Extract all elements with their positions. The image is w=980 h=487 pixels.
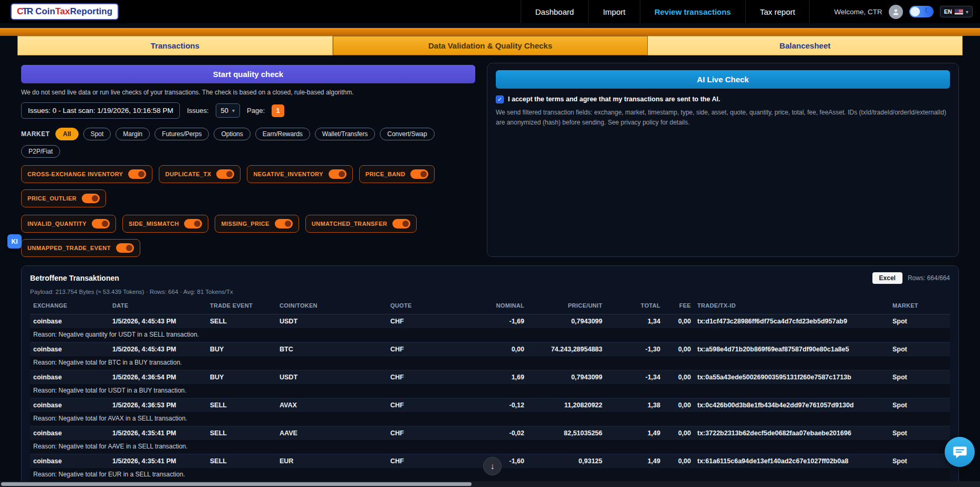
toggle-knob bbox=[285, 221, 291, 227]
table-cell: 0,7943099 bbox=[527, 370, 606, 385]
check-chip-unmapped-trade-event[interactable]: UNMAPPED_TRADE_EVENT bbox=[21, 239, 140, 257]
table-cell: 0,93125 bbox=[527, 454, 606, 469]
table-reason-row: Reason: Negative total for USDT in a BUY… bbox=[30, 384, 950, 398]
column-header-price-unit: PRICE/UNIT bbox=[527, 297, 606, 314]
table-cell: 1/5/2026, 4:35:41 PM bbox=[109, 454, 207, 469]
start-quality-check-button[interactable]: Start quality check bbox=[21, 65, 475, 83]
scroll-down-button[interactable]: ↓ bbox=[483, 457, 502, 475]
table-cell: CHF bbox=[387, 370, 476, 385]
language-selector[interactable]: EN ▾ bbox=[940, 6, 973, 17]
toggle-switch[interactable] bbox=[392, 219, 410, 228]
content: Start quality check We do not send live … bbox=[0, 55, 980, 487]
market-pill-margin[interactable]: Margin bbox=[116, 128, 150, 140]
check-chip-label: INVALID_QUANTITY bbox=[27, 221, 87, 227]
ai-live-check-button[interactable]: AI Live Check bbox=[496, 70, 950, 89]
toggle-switch[interactable] bbox=[82, 194, 100, 203]
ai-consent-row: ✓ I accept the terms and agree that my t… bbox=[496, 96, 950, 103]
table-cell: 1,34 bbox=[606, 314, 664, 329]
market-pill-earn-rewards[interactable]: Earn/Rewards bbox=[255, 128, 310, 140]
toggle-switch[interactable] bbox=[184, 219, 202, 228]
issues-summary: Issues: 0 - Last scan: 1/19/2026, 10:16:… bbox=[21, 102, 180, 119]
check-chip-unmatched-transfer[interactable]: UNMATCHED_TRANSFER bbox=[305, 215, 417, 233]
table-cell: tx:61a6115c6a94de13ef140ad2c67e1027ff02b… bbox=[694, 454, 889, 469]
nav-item-import[interactable]: Import bbox=[588, 0, 640, 23]
table-cell: 82,51035256 bbox=[527, 426, 606, 441]
column-header-coin-token: COIN/TOKEN bbox=[276, 297, 387, 314]
scrollbar-thumb[interactable] bbox=[1, 482, 472, 486]
check-chip-label: MISSING_PRICE bbox=[221, 221, 269, 227]
market-pill-wallet-transfers[interactable]: Wallet/Transfers bbox=[315, 128, 375, 140]
check-chip-cross-exchange-inventory[interactable]: CROSS-EXCHANGE INVENTORY bbox=[21, 165, 152, 183]
table-cell: coinbase bbox=[30, 370, 109, 385]
column-header-trade-event: TRADE EVENT bbox=[207, 297, 276, 314]
chevron-down-icon: ▾ bbox=[232, 108, 235, 113]
nav-item-review-transactions[interactable]: Review transactions bbox=[640, 0, 745, 23]
nav-item-tax-report[interactable]: Tax report bbox=[745, 0, 810, 23]
checks-row-1: CROSS-EXCHANGE INVENTORYDUPLICATE_TXNEGA… bbox=[21, 165, 475, 207]
table-cell: BUY bbox=[207, 342, 276, 357]
check-chip-side-mismatch[interactable]: SIDE_MISMATCH bbox=[122, 215, 208, 233]
tab-balancesheet[interactable]: Balancesheet bbox=[648, 36, 963, 55]
issues-per-page-select[interactable]: 50 ▾ bbox=[216, 103, 241, 118]
user-avatar[interactable] bbox=[889, 5, 903, 19]
table-cell: EUR bbox=[276, 454, 387, 469]
toggle-switch[interactable] bbox=[275, 219, 293, 228]
toggle-switch[interactable] bbox=[128, 169, 146, 179]
table-reason-row: Reason: Negative total for AAVE in a SEL… bbox=[30, 440, 950, 454]
tab-data-validation-quality-checks[interactable]: Data Validation & Quality Checks bbox=[333, 36, 648, 55]
column-header-fee: FEE bbox=[664, 297, 694, 314]
toggle-switch[interactable] bbox=[116, 243, 134, 253]
nav-item-dashboard[interactable]: Dashboard bbox=[521, 0, 588, 23]
table-cell: coinbase bbox=[30, 314, 109, 329]
table-cell: coinbase bbox=[30, 342, 109, 357]
table-header-right: Excel Rows: 664/664 bbox=[872, 272, 950, 284]
check-chip-label: PRICE_BAND bbox=[366, 171, 406, 177]
arrow-down-icon: ↓ bbox=[491, 462, 495, 471]
tab-bar: TransactionsData Validation & Quality Ch… bbox=[17, 36, 963, 55]
check-chip-price-outlier[interactable]: PRICE_OUTLIER bbox=[21, 189, 106, 207]
excel-export-button[interactable]: Excel bbox=[872, 272, 902, 284]
check-chip-invalid-quantity[interactable]: INVALID_QUANTITY bbox=[21, 215, 116, 233]
market-pill-options[interactable]: Options bbox=[214, 128, 250, 140]
table-row: coinbase1/5/2026, 4:36:54 PMBUYUSDTCHF1,… bbox=[30, 370, 950, 385]
welcome-text: Welcome, CTR bbox=[834, 8, 882, 16]
table-cell: 0,00 bbox=[664, 342, 694, 357]
table-cell: 0,00 bbox=[664, 454, 694, 469]
market-pill-spot[interactable]: Spot bbox=[83, 128, 111, 140]
table-cell: tx:0a55a43ede500269003595131f260e7587c17… bbox=[694, 370, 889, 385]
column-header-market: MARKET bbox=[889, 297, 950, 314]
ai-consent-checkbox[interactable]: ✓ bbox=[496, 96, 504, 103]
toggle-switch[interactable] bbox=[410, 169, 428, 179]
table-cell: 1/5/2026, 4:35:41 PM bbox=[109, 426, 207, 441]
chat-widget-button[interactable] bbox=[945, 437, 975, 467]
toggle-switch[interactable] bbox=[216, 169, 234, 179]
tab-transactions[interactable]: Transactions bbox=[17, 36, 333, 55]
toggle-knob bbox=[402, 221, 409, 227]
table-cell: 11,20820922 bbox=[527, 398, 606, 413]
market-pill-p2p-fiat[interactable]: P2P/Fiat bbox=[21, 145, 60, 158]
toggle-switch[interactable] bbox=[92, 219, 110, 228]
check-chip-negative-inventory[interactable]: NEGATIVE_INVENTORY bbox=[247, 165, 352, 183]
table-cell: 1/5/2026, 4:45:43 PM bbox=[109, 342, 207, 357]
table-cell: 0,00 bbox=[664, 370, 694, 385]
check-chip-missing-price[interactable]: MISSING_PRICE bbox=[215, 215, 299, 233]
toggle-knob bbox=[226, 171, 233, 177]
check-chip-price-band[interactable]: PRICE_BAND bbox=[359, 165, 435, 183]
theme-toggle[interactable]: ☾ bbox=[909, 6, 934, 17]
market-pill-futures-perps[interactable]: Futures/Perps bbox=[155, 128, 209, 140]
market-pill-all[interactable]: All bbox=[55, 128, 78, 140]
page-number-button[interactable]: 1 bbox=[272, 104, 284, 117]
table-cell: 0,00 bbox=[664, 398, 694, 413]
brand-logo[interactable]: CTR CoinTaxReporting bbox=[11, 3, 119, 20]
check-chip-duplicate-tx[interactable]: DUPLICATE_TX bbox=[159, 165, 241, 183]
page-label: Page: bbox=[247, 107, 265, 114]
reason-cell: Reason: Negative total for AAVE in a SEL… bbox=[30, 440, 950, 454]
horizontal-scrollbar bbox=[0, 481, 980, 487]
toggle-switch[interactable] bbox=[329, 169, 347, 179]
table-cell: SELL bbox=[207, 426, 276, 441]
market-pill-convert-swap[interactable]: Convert/Swap bbox=[380, 128, 434, 140]
toggle-knob bbox=[138, 171, 145, 177]
moon-icon: ☾ bbox=[925, 7, 930, 14]
ki-assistant-badge[interactable]: KI bbox=[7, 234, 22, 249]
table-cell: tx:d1cf473c28986ff6df75ca4d7cfd23eb5d957… bbox=[694, 314, 889, 329]
